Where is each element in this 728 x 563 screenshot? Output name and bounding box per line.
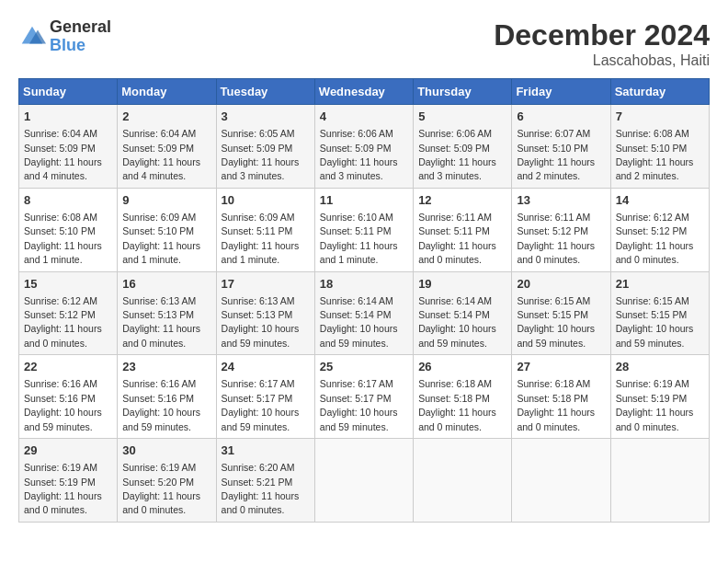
calendar-cell: 24Sunrise: 6:17 AMSunset: 5:17 PMDayligh… bbox=[216, 355, 314, 439]
day-info: Sunrise: 6:16 AMSunset: 5:16 PMDaylight:… bbox=[24, 378, 102, 431]
day-number: 17 bbox=[222, 276, 310, 293]
day-number: 25 bbox=[320, 359, 408, 375]
day-number: 1 bbox=[24, 109, 112, 125]
page-header: General Blue December 2024 Lascahobas, H… bbox=[18, 18, 710, 69]
day-info: Sunrise: 6:19 AMSunset: 5:19 PMDaylight:… bbox=[24, 462, 102, 515]
calendar-cell: 1Sunrise: 6:04 AMSunset: 5:09 PMDaylight… bbox=[19, 105, 118, 189]
calendar-cell: 9Sunrise: 6:09 AMSunset: 5:10 PMDaylight… bbox=[118, 188, 216, 271]
calendar-cell: 15Sunrise: 6:12 AMSunset: 5:12 PMDayligh… bbox=[19, 271, 118, 355]
day-info: Sunrise: 6:06 AMSunset: 5:09 PMDaylight:… bbox=[418, 128, 496, 181]
calendar-cell: 7Sunrise: 6:08 AMSunset: 5:10 PMDaylight… bbox=[610, 105, 709, 189]
day-info: Sunrise: 6:19 AMSunset: 5:19 PMDaylight:… bbox=[616, 378, 694, 431]
weekday-header-tuesday: Tuesday bbox=[216, 79, 314, 105]
day-number: 15 bbox=[24, 276, 112, 293]
weekday-header-row: SundayMondayTuesdayWednesdayThursdayFrid… bbox=[19, 79, 710, 105]
day-number: 7 bbox=[616, 109, 704, 125]
day-info: Sunrise: 6:09 AMSunset: 5:11 PMDaylight:… bbox=[222, 212, 300, 265]
day-info: Sunrise: 6:08 AMSunset: 5:10 PMDaylight:… bbox=[616, 128, 694, 181]
calendar-cell: 28Sunrise: 6:19 AMSunset: 5:19 PMDayligh… bbox=[610, 355, 709, 439]
calendar-week-row: 22Sunrise: 6:16 AMSunset: 5:16 PMDayligh… bbox=[19, 355, 710, 439]
day-number: 5 bbox=[418, 109, 506, 125]
calendar-cell: 14Sunrise: 6:12 AMSunset: 5:12 PMDayligh… bbox=[610, 188, 709, 271]
calendar-cell: 19Sunrise: 6:14 AMSunset: 5:14 PMDayligh… bbox=[414, 271, 512, 355]
logo-general-text: General bbox=[50, 18, 111, 37]
day-info: Sunrise: 6:05 AMSunset: 5:09 PMDaylight:… bbox=[222, 128, 300, 181]
logo-blue-text: Blue bbox=[50, 37, 111, 55]
calendar-table: SundayMondayTuesdayWednesdayThursdayFrid… bbox=[18, 78, 710, 523]
calendar-title: December 2024 bbox=[494, 18, 710, 52]
calendar-cell: 26Sunrise: 6:18 AMSunset: 5:18 PMDayligh… bbox=[414, 355, 512, 439]
calendar-week-row: 15Sunrise: 6:12 AMSunset: 5:12 PMDayligh… bbox=[19, 271, 710, 355]
calendar-cell: 6Sunrise: 6:07 AMSunset: 5:10 PMDaylight… bbox=[512, 105, 610, 189]
day-info: Sunrise: 6:14 AMSunset: 5:14 PMDaylight:… bbox=[320, 295, 398, 349]
day-number: 21 bbox=[616, 276, 704, 293]
calendar-cell bbox=[414, 439, 512, 523]
day-info: Sunrise: 6:12 AMSunset: 5:12 PMDaylight:… bbox=[616, 212, 694, 265]
calendar-cell bbox=[314, 439, 413, 523]
calendar-subtitle: Lascahobas, Haiti bbox=[494, 52, 710, 69]
calendar-cell: 31Sunrise: 6:20 AMSunset: 5:21 PMDayligh… bbox=[216, 439, 314, 523]
day-info: Sunrise: 6:11 AMSunset: 5:11 PMDaylight:… bbox=[418, 212, 496, 265]
day-number: 10 bbox=[222, 192, 310, 209]
day-info: Sunrise: 6:12 AMSunset: 5:12 PMDaylight:… bbox=[24, 295, 102, 349]
weekday-header-wednesday: Wednesday bbox=[314, 79, 413, 105]
day-info: Sunrise: 6:20 AMSunset: 5:21 PMDaylight:… bbox=[222, 462, 300, 515]
calendar-cell: 27Sunrise: 6:18 AMSunset: 5:18 PMDayligh… bbox=[512, 355, 610, 439]
day-info: Sunrise: 6:16 AMSunset: 5:16 PMDaylight:… bbox=[122, 378, 200, 431]
day-number: 24 bbox=[222, 359, 310, 375]
day-number: 30 bbox=[122, 442, 210, 459]
title-block: December 2024 Lascahobas, Haiti bbox=[494, 18, 710, 69]
day-info: Sunrise: 6:13 AMSunset: 5:13 PMDaylight:… bbox=[222, 295, 300, 349]
day-info: Sunrise: 6:07 AMSunset: 5:10 PMDaylight:… bbox=[517, 128, 595, 181]
day-number: 11 bbox=[320, 192, 408, 209]
day-number: 3 bbox=[222, 109, 310, 125]
day-info: Sunrise: 6:15 AMSunset: 5:15 PMDaylight:… bbox=[616, 295, 694, 349]
calendar-cell: 21Sunrise: 6:15 AMSunset: 5:15 PMDayligh… bbox=[610, 271, 709, 355]
logo-icon bbox=[18, 23, 46, 51]
calendar-cell: 3Sunrise: 6:05 AMSunset: 5:09 PMDaylight… bbox=[216, 105, 314, 189]
day-number: 29 bbox=[24, 442, 112, 459]
day-info: Sunrise: 6:08 AMSunset: 5:10 PMDaylight:… bbox=[24, 212, 102, 265]
day-number: 23 bbox=[122, 359, 210, 375]
day-info: Sunrise: 6:18 AMSunset: 5:18 PMDaylight:… bbox=[517, 378, 595, 431]
calendar-cell bbox=[512, 439, 610, 523]
calendar-cell: 25Sunrise: 6:17 AMSunset: 5:17 PMDayligh… bbox=[314, 355, 413, 439]
calendar-cell: 17Sunrise: 6:13 AMSunset: 5:13 PMDayligh… bbox=[216, 271, 314, 355]
calendar-cell: 16Sunrise: 6:13 AMSunset: 5:13 PMDayligh… bbox=[118, 271, 216, 355]
day-info: Sunrise: 6:14 AMSunset: 5:14 PMDaylight:… bbox=[418, 295, 496, 349]
day-info: Sunrise: 6:15 AMSunset: 5:15 PMDaylight:… bbox=[517, 295, 595, 349]
day-number: 13 bbox=[517, 192, 605, 209]
logo: General Blue bbox=[18, 18, 111, 55]
calendar-cell: 29Sunrise: 6:19 AMSunset: 5:19 PMDayligh… bbox=[19, 439, 118, 523]
day-info: Sunrise: 6:18 AMSunset: 5:18 PMDaylight:… bbox=[418, 378, 496, 431]
weekday-header-saturday: Saturday bbox=[610, 79, 709, 105]
day-number: 4 bbox=[320, 109, 408, 125]
calendar-cell: 11Sunrise: 6:10 AMSunset: 5:11 PMDayligh… bbox=[314, 188, 413, 271]
day-number: 27 bbox=[517, 359, 605, 375]
calendar-cell: 30Sunrise: 6:19 AMSunset: 5:20 PMDayligh… bbox=[118, 439, 216, 523]
day-number: 22 bbox=[24, 359, 112, 375]
day-number: 20 bbox=[517, 276, 605, 293]
day-number: 12 bbox=[418, 192, 506, 209]
calendar-week-row: 8Sunrise: 6:08 AMSunset: 5:10 PMDaylight… bbox=[19, 188, 710, 271]
calendar-cell bbox=[610, 439, 709, 523]
weekday-header-monday: Monday bbox=[118, 79, 216, 105]
calendar-cell: 18Sunrise: 6:14 AMSunset: 5:14 PMDayligh… bbox=[314, 271, 413, 355]
day-info: Sunrise: 6:06 AMSunset: 5:09 PMDaylight:… bbox=[320, 128, 398, 181]
weekday-header-sunday: Sunday bbox=[19, 79, 118, 105]
day-info: Sunrise: 6:09 AMSunset: 5:10 PMDaylight:… bbox=[122, 212, 200, 265]
calendar-week-row: 1Sunrise: 6:04 AMSunset: 5:09 PMDaylight… bbox=[19, 105, 710, 189]
day-info: Sunrise: 6:13 AMSunset: 5:13 PMDaylight:… bbox=[122, 295, 200, 349]
calendar-cell: 22Sunrise: 6:16 AMSunset: 5:16 PMDayligh… bbox=[19, 355, 118, 439]
day-info: Sunrise: 6:19 AMSunset: 5:20 PMDaylight:… bbox=[122, 462, 200, 515]
day-number: 16 bbox=[122, 276, 210, 293]
calendar-week-row: 29Sunrise: 6:19 AMSunset: 5:19 PMDayligh… bbox=[19, 439, 710, 523]
day-info: Sunrise: 6:10 AMSunset: 5:11 PMDaylight:… bbox=[320, 212, 398, 265]
calendar-cell: 12Sunrise: 6:11 AMSunset: 5:11 PMDayligh… bbox=[414, 188, 512, 271]
weekday-header-friday: Friday bbox=[512, 79, 610, 105]
calendar-cell: 23Sunrise: 6:16 AMSunset: 5:16 PMDayligh… bbox=[118, 355, 216, 439]
day-number: 9 bbox=[122, 192, 210, 209]
calendar-cell: 20Sunrise: 6:15 AMSunset: 5:15 PMDayligh… bbox=[512, 271, 610, 355]
day-number: 19 bbox=[418, 276, 506, 293]
calendar-cell: 2Sunrise: 6:04 AMSunset: 5:09 PMDaylight… bbox=[118, 105, 216, 189]
